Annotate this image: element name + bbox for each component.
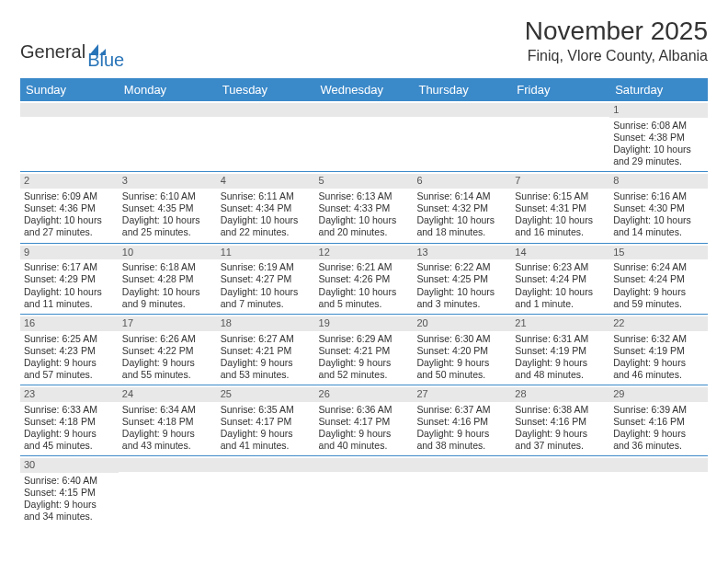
sunrise-text: Sunrise: 6:09 AM <box>24 190 115 202</box>
calendar-body: 1Sunrise: 6:08 AMSunset: 4:38 PMDaylight… <box>20 101 708 527</box>
day-number: 17 <box>119 316 217 331</box>
day-cell: 19Sunrise: 6:29 AMSunset: 4:21 PMDayligh… <box>315 315 414 385</box>
day-number <box>119 103 217 117</box>
day-number <box>511 103 609 117</box>
sunrise-text: Sunrise: 6:13 AM <box>319 190 410 202</box>
sunset-text: Sunset: 4:24 PM <box>613 273 704 285</box>
day-number <box>217 458 315 472</box>
daylight-text: Daylight: 10 hours and 11 minutes. <box>24 286 115 310</box>
day-number <box>413 458 511 472</box>
day-cell: 3Sunrise: 6:10 AMSunset: 4:35 PMDaylight… <box>119 172 217 242</box>
sunrise-text: Sunrise: 6:23 AM <box>515 261 606 273</box>
day-cell: 6Sunrise: 6:14 AMSunset: 4:32 PMDaylight… <box>413 172 511 242</box>
daylight-text: Daylight: 9 hours and 34 minutes. <box>24 499 115 523</box>
daylight-text: Daylight: 10 hours and 22 minutes. <box>221 214 312 238</box>
day-number: 12 <box>315 246 414 260</box>
day-number: 27 <box>413 387 511 402</box>
day-number: 23 <box>20 387 119 402</box>
sunrise-text: Sunrise: 6:19 AM <box>221 261 312 273</box>
daylight-text: Daylight: 10 hours and 29 minutes. <box>613 144 704 167</box>
weekday-sunday: Sunday <box>20 78 119 101</box>
day-cell <box>315 101 414 171</box>
sunset-text: Sunset: 4:19 PM <box>515 345 606 357</box>
day-number: 5 <box>315 174 414 189</box>
sunset-text: Sunset: 4:16 PM <box>416 416 507 428</box>
sunrise-text: Sunrise: 6:29 AM <box>319 333 410 345</box>
sunrise-text: Sunrise: 6:16 AM <box>613 190 704 202</box>
day-cell: 21Sunrise: 6:31 AMSunset: 4:19 PMDayligh… <box>511 315 609 385</box>
day-number <box>20 103 119 117</box>
day-number: 8 <box>609 174 708 189</box>
week-row: 9Sunrise: 6:17 AMSunset: 4:29 PMDaylight… <box>20 244 708 315</box>
sunset-text: Sunset: 4:18 PM <box>24 416 115 428</box>
sunset-text: Sunset: 4:16 PM <box>515 416 606 428</box>
sunrise-text: Sunrise: 6:33 AM <box>24 404 115 416</box>
day-number: 20 <box>413 316 511 331</box>
daylight-text: Daylight: 10 hours and 5 minutes. <box>319 286 410 310</box>
daylight-text: Daylight: 10 hours and 3 minutes. <box>416 286 507 310</box>
day-number <box>217 103 315 117</box>
day-number: 11 <box>217 246 315 260</box>
day-cell: 23Sunrise: 6:33 AMSunset: 4:18 PMDayligh… <box>20 385 119 455</box>
sunset-text: Sunset: 4:22 PM <box>122 345 213 357</box>
weekday-thursday: Thursday <box>413 78 511 101</box>
day-cell: 2Sunrise: 6:09 AMSunset: 4:36 PMDaylight… <box>20 172 119 242</box>
day-cell: 11Sunrise: 6:19 AMSunset: 4:27 PMDayligh… <box>217 244 315 314</box>
weekday-saturday: Saturday <box>609 78 708 101</box>
daylight-text: Daylight: 10 hours and 25 minutes. <box>122 214 213 238</box>
sunset-text: Sunset: 4:21 PM <box>221 345 312 357</box>
sunrise-text: Sunrise: 6:30 AM <box>416 333 507 345</box>
daylight-text: Daylight: 9 hours and 45 minutes. <box>24 428 115 452</box>
day-number: 24 <box>119 387 217 402</box>
day-cell: 22Sunrise: 6:32 AMSunset: 4:19 PMDayligh… <box>609 315 708 385</box>
daylight-text: Daylight: 9 hours and 40 minutes. <box>319 428 410 452</box>
weekday-header: Sunday Monday Tuesday Wednesday Thursday… <box>20 78 708 101</box>
day-cell: 27Sunrise: 6:37 AMSunset: 4:16 PMDayligh… <box>413 385 511 455</box>
day-cell: 10Sunrise: 6:18 AMSunset: 4:28 PMDayligh… <box>119 244 217 314</box>
day-cell: 25Sunrise: 6:35 AMSunset: 4:17 PMDayligh… <box>217 385 315 455</box>
sunset-text: Sunset: 4:24 PM <box>515 273 606 285</box>
day-number: 30 <box>20 458 119 473</box>
sunset-text: Sunset: 4:36 PM <box>24 202 115 214</box>
sunset-text: Sunset: 4:20 PM <box>416 345 507 357</box>
daylight-text: Daylight: 9 hours and 55 minutes. <box>122 357 213 381</box>
daylight-text: Daylight: 9 hours and 37 minutes. <box>515 428 606 452</box>
weekday-tuesday: Tuesday <box>217 78 315 101</box>
day-cell <box>413 101 511 171</box>
daylight-text: Daylight: 9 hours and 53 minutes. <box>221 357 312 381</box>
sunset-text: Sunset: 4:28 PM <box>122 273 213 285</box>
logo: General Blue <box>20 33 124 71</box>
day-cell: 18Sunrise: 6:27 AMSunset: 4:21 PMDayligh… <box>217 315 315 385</box>
day-cell: 29Sunrise: 6:39 AMSunset: 4:16 PMDayligh… <box>609 385 708 455</box>
sunrise-text: Sunrise: 6:11 AM <box>221 190 312 202</box>
day-cell <box>119 456 217 526</box>
day-number: 28 <box>511 387 609 402</box>
daylight-text: Daylight: 9 hours and 38 minutes. <box>416 428 507 452</box>
daylight-text: Daylight: 9 hours and 52 minutes. <box>319 357 410 381</box>
day-number: 18 <box>217 316 315 331</box>
day-cell <box>413 456 511 526</box>
sunrise-text: Sunrise: 6:31 AM <box>515 333 606 345</box>
sunrise-text: Sunrise: 6:17 AM <box>24 261 115 273</box>
day-number: 26 <box>315 387 414 402</box>
day-number: 15 <box>609 246 708 260</box>
day-number: 19 <box>315 316 414 331</box>
weekday-monday: Monday <box>119 78 217 101</box>
sunrise-text: Sunrise: 6:21 AM <box>319 261 410 273</box>
sunrise-text: Sunrise: 6:18 AM <box>122 261 213 273</box>
day-cell <box>511 456 609 526</box>
day-cell: 5Sunrise: 6:13 AMSunset: 4:33 PMDaylight… <box>315 172 414 242</box>
sunset-text: Sunset: 4:35 PM <box>122 202 213 214</box>
sunset-text: Sunset: 4:34 PM <box>221 202 312 214</box>
day-cell <box>511 101 609 171</box>
sunrise-text: Sunrise: 6:32 AM <box>613 333 704 345</box>
day-number: 9 <box>20 246 119 260</box>
day-cell: 26Sunrise: 6:36 AMSunset: 4:17 PMDayligh… <box>315 385 414 455</box>
day-cell: 4Sunrise: 6:11 AMSunset: 4:34 PMDaylight… <box>217 172 315 242</box>
day-cell <box>20 101 119 171</box>
sunset-text: Sunset: 4:30 PM <box>613 202 704 214</box>
daylight-text: Daylight: 10 hours and 27 minutes. <box>24 214 115 238</box>
sunrise-text: Sunrise: 6:36 AM <box>319 404 410 416</box>
day-number: 1 <box>609 103 708 118</box>
day-cell: 16Sunrise: 6:25 AMSunset: 4:23 PMDayligh… <box>20 315 119 385</box>
